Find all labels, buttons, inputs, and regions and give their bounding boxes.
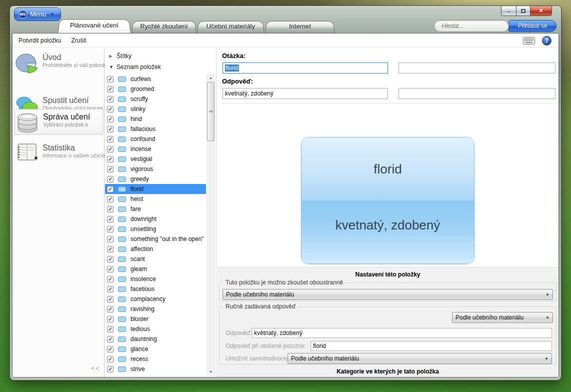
item-checkbox[interactable]: ✓: [107, 226, 114, 232]
group-manual-answer: Ručně zadávaná odpověď Podle učebního ma…: [219, 306, 556, 364]
tab-ucebni-materialy[interactable]: Učební materiály: [197, 20, 264, 33]
list-item[interactable]: ✓bluster: [105, 314, 206, 324]
list-item[interactable]: ✓scruffy: [105, 94, 206, 104]
question-input-secondary[interactable]: [398, 62, 556, 74]
item-checkbox[interactable]: ✓: [107, 346, 114, 352]
item-checkbox[interactable]: ✓: [107, 126, 114, 132]
confirm-item-button[interactable]: Potvrdit položku: [18, 37, 61, 44]
item-checkbox[interactable]: ✓: [107, 236, 114, 242]
close-button[interactable]: ✕: [530, 6, 552, 16]
item-checkbox[interactable]: ✓: [107, 306, 114, 312]
item-checkbox[interactable]: ✓: [107, 266, 114, 272]
list-item[interactable]: ✓facetious: [105, 284, 206, 294]
scroll-down-icon[interactable]: ▼: [206, 368, 215, 375]
list-item[interactable]: ✓fallacious: [105, 124, 206, 134]
list-item[interactable]: ✓complacency: [105, 294, 206, 304]
manual-answer-input[interactable]: [252, 328, 552, 338]
list-item[interactable]: ✓strive: [105, 364, 206, 374]
item-checkbox[interactable]: ✓: [107, 316, 114, 322]
list-item[interactable]: ✓recess: [105, 354, 206, 364]
card-icon: [118, 146, 126, 152]
list-item[interactable]: ✓glance: [105, 344, 206, 354]
item-checkbox[interactable]: ✓: [107, 366, 114, 372]
sidebar-item-sprava-uceni[interactable]: Správa učení Vybírání položek k: [14, 109, 103, 134]
item-checkbox[interactable]: ✓: [107, 356, 114, 362]
tab-rychle-zkouseni[interactable]: Rychlé zkoušení: [132, 20, 196, 33]
card-icon: [118, 286, 126, 292]
flipped-answer-input[interactable]: [310, 341, 552, 351]
manual-answer-combo[interactable]: Podle učebního materiálu: [452, 312, 553, 323]
item-checkbox[interactable]: ✓: [107, 206, 114, 212]
help-icon[interactable]: ?: [542, 36, 552, 46]
list-item[interactable]: ✓vestigial: [105, 154, 206, 164]
list-item[interactable]: ✓insolence: [105, 274, 206, 284]
list-item[interactable]: ✓groomed: [105, 84, 206, 94]
item-checkbox[interactable]: ✓: [107, 96, 114, 102]
maximize-button[interactable]: [516, 6, 530, 16]
search-box[interactable]: [434, 20, 509, 32]
scroll-up-icon[interactable]: ▲: [206, 74, 215, 81]
item-checkbox[interactable]: ✓: [107, 166, 114, 172]
list-item[interactable]: ✓slinky: [105, 104, 206, 114]
answer-input-secondary[interactable]: [398, 88, 556, 99]
minimize-button[interactable]: –: [501, 6, 516, 16]
list-item[interactable]: ✓unsettling: [105, 224, 206, 234]
menu-label: Menu: [30, 10, 46, 18]
item-checkbox[interactable]: ✓: [107, 86, 114, 92]
list-item[interactable]: ✓hind: [105, 114, 206, 124]
item-checkbox[interactable]: ✓: [107, 186, 114, 192]
tab-internet[interactable]: Internet: [265, 20, 335, 33]
item-checkbox[interactable]: ✓: [107, 146, 114, 152]
tree-node-seznam-polozek[interactable]: ▼ Seznam položek: [105, 62, 216, 72]
list-item[interactable]: ✓incense: [105, 144, 206, 154]
item-checkbox[interactable]: ✓: [107, 326, 114, 332]
item-checkbox[interactable]: ✓: [107, 296, 114, 302]
both-sides-combo[interactable]: Podle učebního materiálu: [222, 289, 553, 300]
list-item[interactable]: ✓dauntning: [105, 334, 206, 344]
list-item[interactable]: ✓curfews: [105, 74, 206, 84]
item-checkbox[interactable]: ✓: [107, 276, 114, 282]
list-item[interactable]: ✓downright: [105, 214, 206, 224]
item-checkbox[interactable]: ✓: [107, 176, 114, 182]
question-input[interactable]: florid: [222, 62, 388, 74]
list-scrollbar[interactable]: ▲ ▼: [206, 74, 215, 375]
item-checkbox[interactable]: ✓: [107, 246, 114, 252]
list-item[interactable]: ✓something "out in the open": [105, 234, 206, 244]
sidebar-collapse-button[interactable]: <<: [91, 365, 100, 372]
list-item[interactable]: ✓florid: [105, 184, 206, 194]
item-checkbox[interactable]: ✓: [107, 116, 114, 122]
item-checkbox[interactable]: ✓: [107, 256, 114, 262]
self-eval-combo[interactable]: Podle učebního materiálu: [288, 353, 552, 364]
list-item[interactable]: ✓vigorous: [105, 164, 206, 174]
item-checkbox[interactable]: ✓: [107, 76, 114, 82]
item-label: heist: [130, 196, 143, 202]
item-checkbox[interactable]: ✓: [107, 196, 114, 202]
tab-planovane-uceni[interactable]: Plánované učení: [58, 18, 131, 33]
question-label: Otázka:: [222, 52, 246, 60]
answer-input[interactable]: [222, 88, 388, 99]
item-checkbox[interactable]: ✓: [107, 216, 114, 222]
list-item[interactable]: ✓affection: [105, 244, 206, 254]
item-label: vigorous: [130, 166, 153, 172]
list-item[interactable]: ✓heist: [105, 194, 206, 204]
list-item[interactable]: ✓confound: [105, 134, 206, 144]
keyboard-icon[interactable]: [523, 37, 535, 44]
list-item[interactable]: ✓fare: [105, 204, 206, 214]
list-item[interactable]: ✓gleam: [105, 264, 206, 274]
item-checkbox[interactable]: ✓: [107, 136, 114, 142]
list-item[interactable]: ✓tedious: [105, 324, 206, 334]
search-input[interactable]: [440, 22, 502, 30]
item-checkbox[interactable]: ✓: [107, 106, 114, 112]
scrollbar-thumb[interactable]: [207, 82, 214, 141]
cancel-button[interactable]: Zrušit: [71, 37, 86, 44]
sidebar-item-statistika[interactable]: Statistika Informace o vašem učícím: [14, 143, 103, 162]
list-item[interactable]: ✓ravishing: [105, 304, 206, 314]
item-checkbox[interactable]: ✓: [107, 286, 114, 292]
item-checkbox[interactable]: ✓: [107, 156, 114, 162]
tree-node-stitky[interactable]: ▶ Štítky: [105, 51, 216, 61]
list-item[interactable]: ✓scant: [105, 254, 206, 264]
list-item[interactable]: ✓greedy: [105, 174, 206, 184]
sidebar-item-uvod[interactable]: Úvod Prohlédněte si váš pokrok: [14, 52, 103, 74]
item-checkbox[interactable]: ✓: [107, 336, 114, 342]
login-button[interactable]: Přihlásit se: [508, 20, 556, 32]
